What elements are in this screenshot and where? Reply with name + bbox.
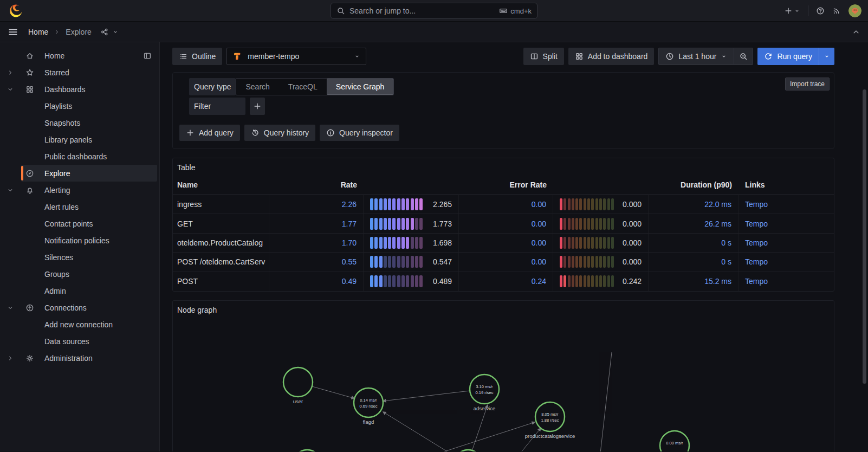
graph-node-flagd[interactable]: 0.14 ms/r0.69 r/secflagd — [354, 388, 383, 425]
graph-node-node-bottom-left-2[interactable] — [454, 450, 483, 451]
sidebar-item-snapshots[interactable]: Snapshots — [0, 114, 159, 131]
sidebar-item-dashboards[interactable]: Dashboards — [0, 81, 159, 98]
sidebar-item-data-sources[interactable]: Data sources — [0, 333, 159, 350]
query-type-option-service-graph[interactable]: Service Graph — [327, 79, 393, 95]
sidebar-item-alerting[interactable]: Alerting — [0, 182, 159, 198]
cell-error-rate-link[interactable]: 0.24 — [459, 272, 553, 291]
query-history-button[interactable]: Query history — [244, 125, 315, 141]
query-editor: Import trace Query type SearchTraceQLSer… — [172, 72, 834, 149]
column-header-name[interactable]: Name — [173, 175, 269, 195]
chevron-down-icon[interactable] — [7, 86, 16, 93]
cell-tempo-link[interactable]: Tempo — [739, 195, 834, 214]
time-range-picker[interactable]: Last 1 hour — [658, 48, 734, 65]
cell-tempo-link[interactable]: Tempo — [739, 272, 834, 291]
chevron-right-icon[interactable] — [7, 69, 16, 76]
add-filter-button[interactable] — [250, 98, 265, 115]
datasource-picker[interactable]: member-tempo — [226, 48, 366, 65]
cell-rate-link[interactable]: 0.55 — [269, 253, 364, 271]
node-graph-canvas[interactable]: user 0.14 ms/r0.69 r/secflagd 3.10 ms/r0… — [173, 301, 834, 451]
add-query-button[interactable]: Add query — [179, 125, 240, 141]
graph-node-productcatalogservice[interactable]: 8.05 ms/r1.88 r/secproductcatalogservice — [525, 402, 575, 439]
sidebar-item-playlists[interactable]: Playlists — [0, 98, 159, 114]
sidebar-item-alert-rules[interactable]: Alert rules — [0, 198, 159, 215]
cell-tempo-link[interactable]: Tempo — [739, 253, 834, 271]
sidebar-item-admin[interactable]: Admin — [0, 282, 159, 299]
outline-button[interactable]: Outline — [172, 48, 222, 65]
cell-error-rate-link[interactable]: 0.00 — [459, 214, 553, 233]
query-inspector-button[interactable]: Query inspector — [320, 125, 399, 141]
cell-rate-link[interactable]: 2.26 — [269, 195, 364, 214]
collapse-up-icon[interactable] — [852, 28, 860, 36]
sidebar-item-contact-points[interactable]: Contact points — [0, 215, 159, 232]
column-header-error-rate[interactable]: Error Rate — [459, 175, 553, 195]
graph-node-user[interactable]: user — [283, 367, 313, 404]
star-icon — [25, 68, 35, 77]
svg-text:0.14 ms/r: 0.14 ms/r — [360, 398, 377, 403]
plus-icon — [784, 7, 793, 15]
cell-tempo-link[interactable]: Tempo — [739, 234, 834, 252]
run-query-interval-dropdown[interactable] — [819, 48, 834, 65]
run-query-button[interactable]: Run query — [757, 48, 819, 65]
search-shortcut: cmd+k — [499, 7, 532, 15]
graph-node-node-bottom-right[interactable]: 0.00 ms/r — [660, 431, 689, 451]
sidebar-item-explore[interactable]: Explore — [0, 165, 159, 182]
cell-rate-link[interactable]: 0.49 — [269, 272, 364, 291]
sidebar-item-home[interactable]: Home — [0, 47, 159, 64]
cell-error-rate-link[interactable]: 0.00 — [459, 195, 553, 214]
help-icon[interactable] — [816, 7, 825, 15]
gauge-value: 0.000 — [614, 200, 642, 209]
cell-duration-link[interactable]: 15.2 ms — [649, 272, 739, 291]
cell-tempo-link[interactable]: Tempo — [739, 214, 834, 233]
split-button[interactable]: Split — [523, 48, 564, 65]
sync-icon — [764, 52, 773, 61]
add-to-dashboard-button[interactable]: Add to dashboard — [568, 48, 655, 65]
query-type-radio-group: SearchTraceQLService Graph — [236, 78, 394, 95]
cell-error-rate-link[interactable]: 0.00 — [459, 253, 553, 271]
sidebar-item-public-dashboards[interactable]: Public dashboards — [0, 148, 159, 165]
cell-rate-link[interactable]: 1.70 — [269, 234, 364, 252]
graph-node-node-bottom-left-1[interactable] — [293, 450, 322, 451]
column-header-rate[interactable]: Rate — [269, 175, 364, 195]
share-icon[interactable] — [100, 28, 109, 36]
graph-node-adservice[interactable]: 3.10 ms/r0.19 r/secadservice — [470, 374, 499, 411]
history-icon — [251, 128, 260, 137]
chevron-down-icon[interactable] — [7, 187, 16, 193]
sidebar-item-groups[interactable]: Groups — [0, 266, 159, 282]
cell-error-rate-link[interactable]: 0.00 — [459, 234, 553, 252]
sidebar-item-administration[interactable]: Administration — [0, 350, 159, 366]
sidebar-item-label: Connections — [44, 304, 87, 312]
svg-text:0.69 r/sec: 0.69 r/sec — [360, 404, 378, 409]
sidebar-item-silences[interactable]: Silences — [0, 249, 159, 266]
cell-duration-link[interactable]: 26.2 ms — [649, 214, 739, 233]
query-type-option-search[interactable]: Search — [236, 79, 278, 95]
scrollbar[interactable] — [863, 89, 866, 384]
news-icon[interactable] — [832, 7, 841, 15]
grafana-logo-icon[interactable] — [9, 4, 23, 18]
query-type-option-traceql[interactable]: TraceQL — [279, 79, 327, 95]
import-trace-button[interactable]: Import trace — [785, 78, 830, 91]
cell-duration-link[interactable]: 22.0 ms — [649, 195, 739, 214]
search-input[interactable] — [349, 7, 495, 15]
sidebar-item-starred[interactable]: Starred — [0, 64, 159, 81]
dock-menu-icon[interactable] — [143, 51, 152, 60]
table-panel: Table Name Rate Error Rate Duration (p90… — [172, 158, 834, 292]
cell-error-gauge: 0.000 — [553, 234, 649, 252]
cell-duration-link[interactable]: 0 s — [649, 253, 739, 271]
cell-duration-link[interactable]: 0 s — [649, 234, 739, 252]
sidebar-item-library-panels[interactable]: Library panels — [0, 131, 159, 148]
sidebar-item-notification-policies[interactable]: Notification policies — [0, 232, 159, 249]
column-header-links[interactable]: Links — [739, 175, 834, 195]
cell-rate-link[interactable]: 1.77 — [269, 214, 364, 233]
column-header-duration[interactable]: Duration (p90) — [649, 175, 739, 195]
breadcrumb-home[interactable]: Home — [28, 28, 48, 36]
new-button[interactable] — [784, 7, 800, 15]
time-zoom-out-button[interactable] — [734, 48, 753, 65]
mega-menu-toggle[interactable] — [8, 27, 18, 37]
global-search[interactable]: cmd+k — [331, 3, 537, 19]
chevron-down-icon[interactable] — [7, 305, 16, 311]
sidebar-item-connections[interactable]: Connections — [0, 299, 159, 316]
chevron-down-icon[interactable] — [112, 29, 119, 35]
sidebar-item-add-new-connection[interactable]: Add new connection — [0, 316, 159, 333]
chevron-right-icon[interactable] — [7, 355, 16, 361]
user-avatar[interactable] — [848, 4, 861, 17]
